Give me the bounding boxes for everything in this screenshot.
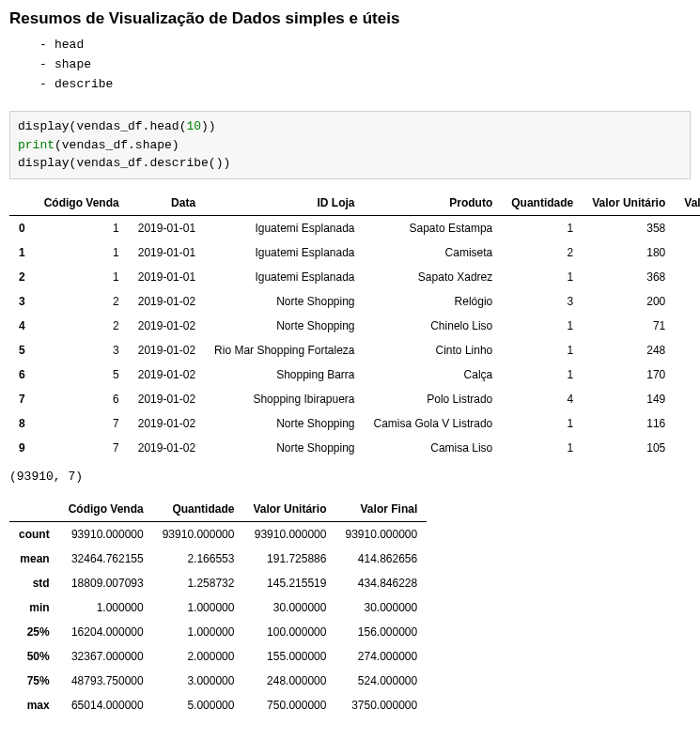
col-header: Valor Final [675,191,700,216]
cell: 1 [35,265,129,289]
cell: 1 [35,240,129,265]
index-corner [9,191,35,216]
cell: 93910.000000 [153,521,244,547]
cell: 368 [675,265,700,289]
cell: 30.000000 [335,595,427,620]
cell: 3.000000 [153,669,244,693]
cell: 248.000000 [243,669,335,693]
cell: Iguatemi Esplanada [205,215,364,240]
cell: Sapato Estampa [365,215,503,240]
cell: 5.000000 [153,693,244,717]
col-header: Código Venda [35,191,129,216]
cell: 156.000000 [335,620,427,644]
cell: 2019-01-02 [129,289,205,314]
cell: Rio Mar Shopping Fortaleza [205,338,364,362]
cell: 2.166553 [153,547,244,571]
cell: 2019-01-01 [129,215,205,240]
row-index: 6 [9,362,35,387]
code-line: display(vendas_df.describe()) [18,154,682,173]
code-line: display(vendas_df.head(10)) [18,117,682,136]
table-row: 75%48793.7500003.000000248.000000524.000… [9,669,427,693]
cell: Camisa Liso [365,436,503,460]
cell: 2019-01-02 [129,436,205,460]
row-index: 0 [9,215,35,240]
bullet-item: head [54,36,691,55]
bullet-item: describe [54,75,691,95]
cell: 2019-01-02 [129,387,205,411]
cell: 358 [583,215,675,240]
cell: 1 [502,411,583,436]
cell: Camiseta [365,240,503,265]
table-row: 652019-01-02Shopping BarraCalça1170170 [9,362,700,387]
cell: Norte Shopping [205,411,364,436]
cell: 2019-01-02 [129,411,205,436]
cell: 4 [502,387,583,411]
cell: 358 [675,215,700,240]
cell: 596 [675,387,700,411]
cell: 2 [35,314,129,338]
table-row: 972019-01-02Norte ShoppingCamisa Liso110… [9,436,700,460]
col-header: Valor Unitário [583,191,675,216]
cell: 1 [502,215,583,240]
cell: 1.000000 [153,620,244,644]
row-index: 2 [9,265,35,289]
code-print: print [18,138,54,152]
shape-output: (93910, 7) [9,470,691,484]
table-row: max65014.0000005.000000750.0000003750.00… [9,693,427,717]
bullet-item: shape [54,55,691,75]
row-index: 4 [9,314,35,338]
cell: 5 [35,362,129,387]
col-header: Quantidade [502,191,583,216]
row-index: 9 [9,436,35,460]
cell: 6 [35,387,129,411]
cell: 1.258732 [153,571,244,595]
bullet-list: head shape describe [9,36,691,94]
cell: 360 [675,240,700,265]
cell: Norte Shopping [205,289,364,314]
table-row: count93910.00000093910.00000093910.00000… [9,521,427,547]
cell: 16204.000000 [59,620,153,644]
cell: 1.000000 [59,595,153,620]
col-header: Valor Unitário [243,497,335,522]
cell: 100.000000 [243,620,335,644]
cell: Shopping Barra [205,362,364,387]
cell: 7 [35,411,129,436]
cell: Calça [365,362,503,387]
cell: Polo Listrado [365,387,503,411]
col-header: ID Loja [205,191,364,216]
row-index: 1 [9,240,35,265]
cell: Cinto Linho [365,338,503,362]
table-row: 422019-01-02Norte ShoppingChinelo Liso17… [9,314,700,338]
cell: 2019-01-01 [129,265,205,289]
cell: Chinelo Liso [365,314,503,338]
table-row: 762019-01-02Shopping IbirapueraPolo List… [9,387,700,411]
row-index: mean [9,547,59,571]
cell: Shopping Ibirapuera [205,387,364,411]
cell: 30.000000 [243,595,335,620]
table-row: std18809.0070931.258732145.215519434.846… [9,571,427,595]
col-header: Valor Final [335,497,427,522]
table-row: 322019-01-02Norte ShoppingRelógio3200600 [9,289,700,314]
cell: 65014.000000 [59,693,153,717]
describe-output-table: Código Venda Quantidade Valor Unitário V… [9,497,427,717]
cell: 1 [35,215,129,240]
code-token: display(vendas_df.head( [18,119,186,133]
cell: 93910.000000 [243,521,335,547]
cell: Norte Shopping [205,436,364,460]
cell: 48793.750000 [59,669,153,693]
cell: 434.846228 [335,571,427,595]
cell: 191.725886 [243,547,335,571]
cell: 3 [502,289,583,314]
row-index: 7 [9,387,35,411]
cell: 32464.762155 [59,547,153,571]
cell: 71 [583,314,675,338]
cell: 93910.000000 [335,521,427,547]
cell: 145.215519 [243,571,335,595]
cell: 3750.000000 [335,693,427,717]
cell: 248 [675,338,700,362]
cell: 180 [583,240,675,265]
cell: 1 [502,338,583,362]
cell: 2.000000 [153,644,244,669]
cell: Sapato Xadrez [365,265,503,289]
code-token: )) [201,119,216,133]
